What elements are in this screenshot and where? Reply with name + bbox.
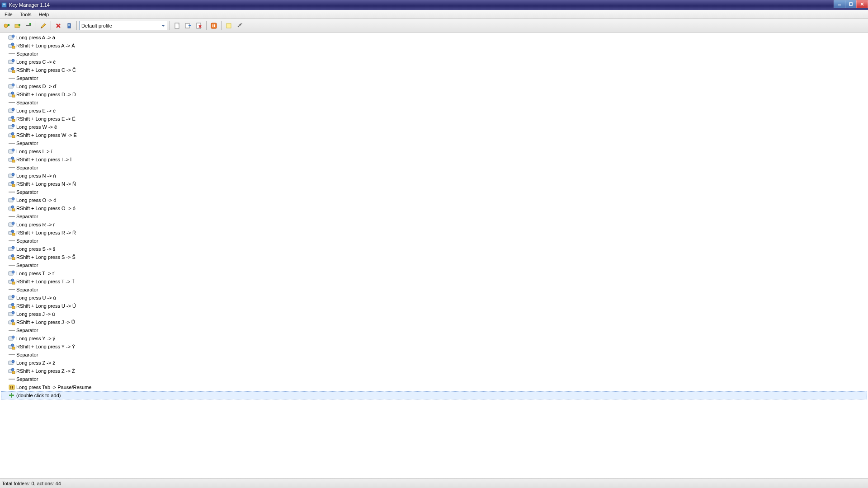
list-item[interactable]: Long press Tab -> Pause/Resume [1, 383, 867, 391]
svg-rect-18 [189, 25, 191, 26]
add-new-item[interactable]: (double click to add) [1, 391, 867, 399]
list-item[interactable]: Long press A -> á [1, 33, 867, 42]
svg-point-52 [12, 124, 14, 127]
list-item[interactable]: Long press D -> ď [1, 82, 867, 90]
svg-point-66 [11, 181, 14, 184]
new-profile-button[interactable] [172, 21, 182, 31]
svg-rect-102 [12, 323, 15, 325]
list-item[interactable]: RShift + Long press E -> É [1, 115, 867, 123]
key-mapping-icon [8, 59, 15, 65]
svg-point-47 [12, 108, 14, 111]
svg-point-105 [12, 336, 14, 338]
svg-rect-7 [8, 24, 9, 26]
list-item[interactable]: Separator [1, 139, 867, 147]
menu-tools[interactable]: Tools [16, 11, 35, 18]
list-item[interactable]: Separator [1, 326, 867, 334]
menu-file[interactable]: File [1, 11, 16, 18]
list-item[interactable]: Separator [1, 188, 867, 196]
key-mapping-icon [8, 295, 15, 301]
list-item[interactable]: Separator [1, 50, 867, 58]
svg-point-70 [12, 197, 14, 200]
minimize-button[interactable] [834, 0, 845, 8]
list-item-label: Separator [16, 263, 38, 268]
key-mapping-icon [8, 254, 15, 260]
separator-icon [8, 164, 15, 171]
edit-button[interactable] [38, 21, 48, 31]
delete-button[interactable] [53, 21, 63, 31]
separator-icon [8, 327, 15, 333]
list-item[interactable]: Long press I -> í [1, 147, 867, 155]
list-item[interactable]: Long press O -> ó [1, 196, 867, 204]
key-mapping-icon [8, 42, 15, 49]
list-item[interactable]: Long press S -> š [1, 245, 867, 253]
list-item[interactable]: Long press J -> ů [1, 310, 867, 318]
key-mapping-icon [8, 148, 15, 155]
list-item[interactable]: Long press U -> ú [1, 294, 867, 302]
list-item[interactable]: Separator [1, 164, 867, 172]
list-item[interactable]: Separator [1, 351, 867, 359]
svg-rect-85 [12, 258, 15, 260]
separator-icon [8, 262, 15, 268]
pause-button[interactable] [209, 21, 219, 31]
list-item[interactable]: Separator [1, 74, 867, 82]
highlight-button[interactable] [224, 21, 234, 31]
list-item-label: Long press W -> ě [16, 124, 57, 130]
delete-profile-button[interactable] [194, 21, 204, 31]
list-item[interactable]: RShift + Long press I -> Í [1, 155, 867, 164]
list-item[interactable]: Long press C -> č [1, 58, 867, 66]
list-item[interactable]: RShift + Long press W -> Ě [1, 131, 867, 139]
list-item[interactable]: Separator [1, 212, 867, 221]
list-item[interactable]: RShift + Long press Z -> Ž [1, 367, 867, 375]
list-item[interactable]: Separator [1, 261, 867, 269]
add-action-button[interactable] [2, 21, 12, 31]
settings-button[interactable] [235, 21, 245, 31]
list-item[interactable]: Separator [1, 99, 867, 107]
list-item-label: RShift + Long press I -> Í [16, 157, 71, 162]
list-item[interactable]: Long press R -> ř [1, 221, 867, 229]
key-mapping-icon [8, 335, 15, 342]
list-item[interactable]: Long press W -> ě [1, 123, 867, 131]
list-item-label: Long press S -> š [16, 246, 56, 252]
maximize-button[interactable] [845, 0, 857, 8]
list-item[interactable]: RShift + Long press N -> Ň [1, 180, 867, 188]
list-item[interactable]: Long press N -> ň [1, 172, 867, 180]
list-item[interactable]: RShift + Long press J -> Ů [1, 318, 867, 326]
add-separator-button[interactable] [24, 21, 33, 31]
svg-rect-116 [9, 385, 14, 389]
rename-profile-button[interactable] [183, 21, 193, 31]
list-item[interactable]: Long press Z -> ž [1, 359, 867, 367]
list-item-label: Long press T -> ť [16, 271, 54, 276]
svg-rect-3 [849, 3, 852, 5]
list-item-label: Long press E -> é [16, 108, 56, 113]
list-item[interactable]: RShift + Long press D -> Ď [1, 90, 867, 99]
action-list[interactable]: Long press A -> áRShift + Long press A -… [0, 33, 868, 477]
list-item[interactable]: RShift + Long press S -> Š [1, 253, 867, 261]
svg-rect-1 [3, 4, 5, 5]
list-item[interactable]: RShift + Long press T -> Ť [1, 277, 867, 286]
list-item-label: Long press C -> č [16, 59, 56, 65]
list-item[interactable]: Long press T -> ť [1, 269, 867, 277]
list-item-label: RShift + Long press C -> Č [16, 67, 76, 73]
profile-dropdown[interactable]: Default profile [79, 21, 167, 30]
toolbar-separator [51, 21, 51, 30]
list-item-label: Separator [16, 189, 38, 195]
list-item[interactable]: RShift + Long press R -> Ř [1, 229, 867, 237]
list-item[interactable]: Separator [1, 286, 867, 294]
svg-point-96 [11, 303, 14, 306]
separator-icon [8, 75, 15, 81]
list-item[interactable]: RShift + Long press O -> ó [1, 204, 867, 212]
menu-help[interactable]: Help [35, 11, 52, 18]
separator-icon [8, 189, 15, 195]
list-item[interactable]: Separator [1, 237, 867, 245]
list-item[interactable]: RShift + Long press C -> Č [1, 66, 867, 74]
add-folder-button[interactable] [13, 21, 23, 31]
list-item[interactable]: Separator [1, 375, 867, 383]
list-item[interactable]: Long press E -> é [1, 107, 867, 115]
list-item[interactable]: RShift + Long press U -> Ú [1, 302, 867, 310]
key-mapping-icon [8, 181, 15, 187]
list-item[interactable]: Long press Y -> ý [1, 334, 867, 343]
close-button[interactable] [856, 0, 868, 8]
toggle-enable-button[interactable] [64, 21, 74, 31]
list-item[interactable]: RShift + Long press A -> Á [1, 42, 867, 50]
list-item[interactable]: RShift + Long press Y -> Ý [1, 343, 867, 351]
